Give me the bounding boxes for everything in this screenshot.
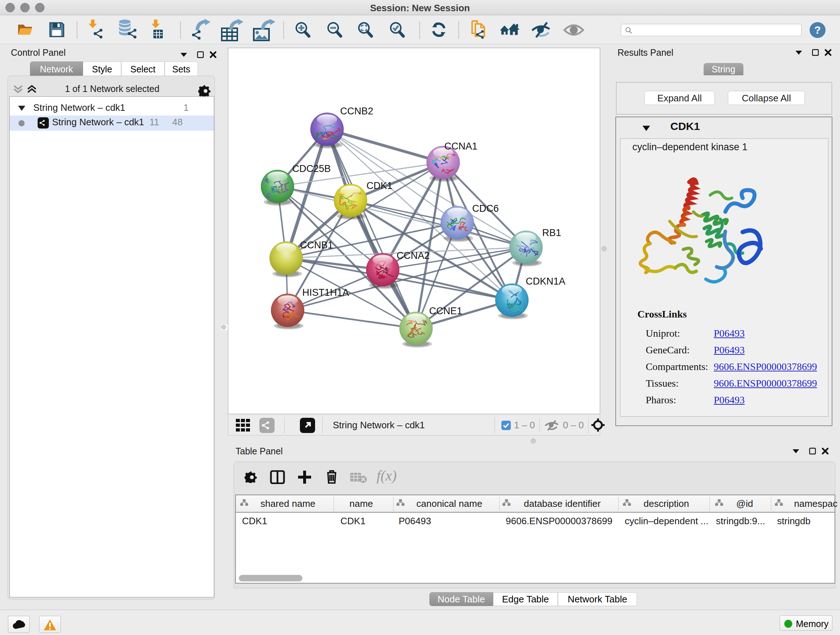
svg-text:CCNB1: CCNB1 [300,240,333,250]
svg-text:RB1: RB1 [542,227,561,238]
svg-text:?: ? [814,24,821,36]
svg-text:CDK1: CDK1 [366,180,393,191]
svg-text:CDKN1A: CDKN1A [526,276,565,287]
svg-text:CDC25B: CDC25B [292,163,331,174]
svg-text:CCNE1: CCNE1 [429,306,462,317]
svg-text:HIST1H1A: HIST1H1A [302,287,349,298]
svg-text:CCNA1: CCNA1 [444,141,477,152]
svg-text:CCNA2: CCNA2 [396,250,430,261]
svg-text:CCNB2: CCNB2 [340,106,373,117]
svg-text:CDC6: CDC6 [472,203,499,214]
